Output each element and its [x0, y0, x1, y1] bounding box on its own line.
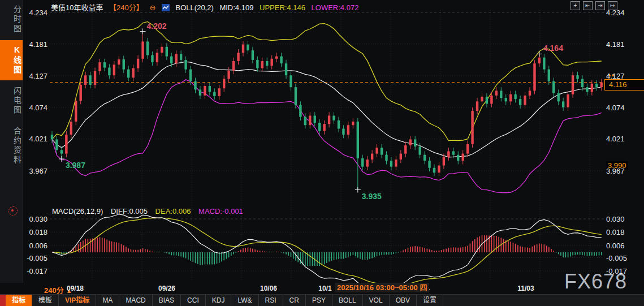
indicator-toolbar: 指标模板VIP指标MAMACDBIASCCIKDJLW&RSICRPSYBOLL…	[0, 294, 644, 306]
macd-tick-left: 0.006	[23, 242, 47, 250]
main-chart-area[interactable]	[50, 9, 604, 205]
toolbar-item-LW&[interactable]: LW&	[231, 295, 258, 306]
sidebar-tab-闪电图[interactable]: 闪电图	[0, 81, 23, 120]
toolbar-item-MA[interactable]: MA	[96, 295, 119, 306]
y-axis-tick-right: 4.234	[606, 8, 625, 17]
toolbar-item-VIP指标[interactable]: VIP指标	[59, 295, 96, 306]
toolbar-item-CCI[interactable]: CCI	[181, 295, 206, 306]
toolbar-item-PSY[interactable]: PSY	[306, 295, 332, 306]
boll-lower-value: LOWER:4.072	[312, 3, 359, 12]
toolbar-item-VOL[interactable]: VOL	[363, 295, 390, 306]
sidebar: 分时图K线图闪电图合约资料	[0, 0, 23, 283]
chart-app: 3.9874.2023.9354.164 分时图K线图闪电图合约资料 美债10年…	[0, 0, 644, 306]
macd-tick-left: -0.005	[23, 254, 47, 262]
macd-diff-value: DIFF:0.005	[111, 207, 148, 216]
toolbar-item-BOLL[interactable]: BOLL	[332, 295, 363, 306]
y-axis-tick-right: 4.127	[606, 72, 625, 80]
macd-tick-left: 0.030	[23, 215, 47, 223]
macd-header: MACD(26,12,9) DIFF:0.005 DEA:0.006 MACD:…	[52, 207, 249, 216]
sidebar-tab-合约资料[interactable]: 合约资料	[0, 122, 23, 170]
macd-dea-value: DEA:0.006	[155, 207, 191, 216]
y-axis-tick-right: 3.967	[606, 167, 625, 175]
x-axis-tick: 09/18	[67, 285, 84, 292]
macd-name: MACD(26,12,9)	[52, 207, 103, 216]
collapse-icon[interactable]: ⊖	[149, 3, 155, 12]
scale-left-button-icon[interactable]: ⇤	[583, 1, 593, 10]
macd-tick-left: 0.018	[23, 228, 47, 236]
x-axis-tick: 10/06	[260, 285, 277, 292]
y-axis-tick-left: 4.021	[25, 135, 47, 143]
macd-tick-left: -0.017	[23, 267, 47, 275]
toolbar-item-RSI[interactable]: RSI	[259, 295, 283, 306]
toolbar-item-模板[interactable]: 模板	[32, 295, 59, 306]
y-axis-tick-left: 4.127	[25, 72, 47, 80]
crosshair-tool-button-icon[interactable]: +	[570, 1, 580, 10]
macd-tick-right: 0.018	[606, 228, 625, 236]
macd-tick-right: 0.030	[606, 215, 625, 223]
macd-tick-right: -0.005	[606, 254, 627, 262]
macd-tick-right: 0.006	[606, 242, 625, 250]
macd-panel-area[interactable]	[50, 214, 604, 282]
sidebar-tab-分时图[interactable]: 分时图	[0, 0, 23, 39]
x-axis-tick: 11/03	[517, 285, 534, 292]
period-text: 240分	[44, 286, 64, 295]
macd-tick-right: -0.017	[606, 267, 627, 275]
toolbar-item-设置[interactable]: 设置	[417, 295, 443, 306]
macd-macd-value: MACD:-0.001	[198, 207, 243, 216]
y-axis-tick-right: 4.181	[606, 40, 625, 49]
toolbar-item-指标[interactable]: 指标	[6, 295, 32, 306]
scale-right-button-icon[interactable]: ⇥	[595, 1, 605, 10]
sidebar-tab-K线图[interactable]: K线图	[0, 40, 23, 80]
symbol-title: 美债10年收益率	[51, 3, 103, 12]
boll-mid-value: MID:4.109	[219, 3, 253, 12]
y-axis-tick-left: 4.234	[25, 8, 47, 17]
current-price-label: 4.116	[604, 79, 644, 90]
toolbar-item-CR[interactable]: CR	[283, 295, 306, 306]
indicator-target-icon[interactable]	[8, 206, 18, 216]
toolbar-red-block	[0, 295, 6, 306]
toolbar-item-MACD[interactable]: MACD	[119, 295, 152, 306]
chart-type-icon	[162, 4, 170, 13]
x-axis-tick: 09/26	[158, 285, 175, 292]
y-axis-tick-right: 4.074	[606, 104, 625, 112]
y-axis-tick-right: 4.021	[606, 135, 625, 143]
toolbar-item-KDJ[interactable]: KDJ	[206, 295, 232, 306]
boll-upper-value: UPPER:4.146	[260, 3, 305, 12]
crosshair-date-tooltip: 2025/10/16 03:00~05:00 四	[335, 283, 429, 292]
interval-badge[interactable]: 【240分】	[109, 3, 144, 12]
boll-label: BOLL(20,2)	[176, 3, 214, 12]
y-axis-tick-left: 4.074	[25, 104, 47, 112]
chart-header: 美债10年收益率 【240分】 ⊖ BOLL(20,2) MID:4.109 U…	[51, 2, 362, 13]
y-axis-tick-left: 3.967	[25, 167, 47, 175]
x-axis-tick: 10/1	[318, 285, 331, 292]
toolbar-item-OBV[interactable]: OBV	[390, 295, 417, 306]
toolbar-item-BIAS[interactable]: BIAS	[153, 295, 181, 306]
y-axis-tick-left: 4.181	[25, 40, 47, 49]
